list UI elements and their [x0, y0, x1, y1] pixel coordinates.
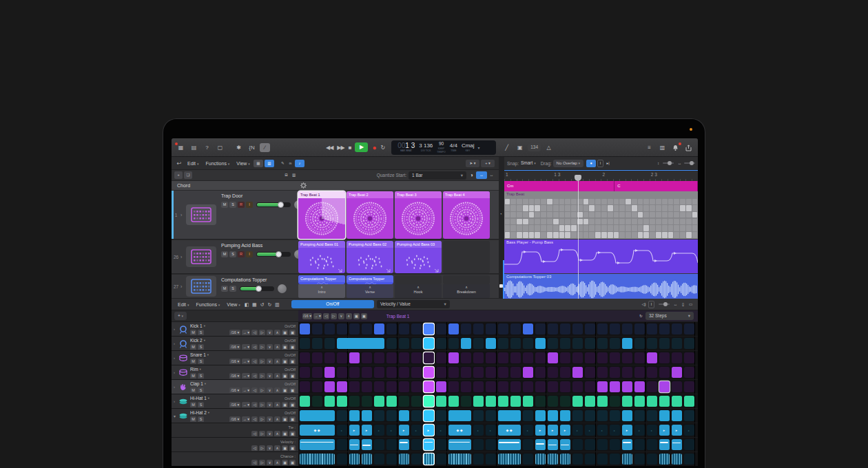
step-cell[interactable] — [374, 323, 384, 334]
step-cell[interactable] — [548, 352, 558, 363]
rotate-left-step-button[interactable]: ◁ — [251, 445, 258, 451]
step-cell[interactable] — [498, 338, 508, 349]
settings-icon[interactable]: ✱ — [234, 143, 244, 152]
step-cell[interactable] — [647, 396, 657, 407]
step-cell[interactable] — [436, 454, 446, 465]
step-cell[interactable]: ▸ — [672, 425, 682, 436]
step-cell[interactable]: ▸ — [647, 425, 657, 436]
empty-cell-slot[interactable] — [395, 275, 442, 284]
step-cell[interactable] — [634, 454, 645, 465]
cycle-button[interactable]: ↻ — [381, 145, 386, 151]
vertical-zoom-slider[interactable] — [663, 162, 674, 164]
value-mode-dropdown[interactable]: Velocity / Value▾ — [377, 300, 450, 308]
step-cell[interactable] — [535, 323, 546, 334]
region-trap-beat[interactable]: Trap Beat — [504, 191, 698, 239]
rotate-left-step-button[interactable]: ◁ — [251, 330, 258, 336]
step-cell[interactable] — [461, 381, 471, 392]
timeline-ruler[interactable]: 11 322 3 — [504, 170, 698, 181]
step-cell[interactable] — [535, 338, 546, 349]
step-cell[interactable] — [436, 381, 446, 392]
disclosure-icon[interactable]: › — [174, 370, 178, 374]
step-cell[interactable] — [634, 338, 645, 349]
increment-button[interactable]: ∧ — [274, 460, 280, 466]
playback-direction-dropdown[interactable]: → ▾ — [313, 313, 322, 319]
step-cell[interactable] — [523, 338, 533, 349]
step-cell[interactable] — [486, 367, 496, 378]
step-cell[interactable]: ▸ — [610, 425, 620, 436]
step-cell[interactable] — [448, 439, 471, 450]
stop-button[interactable]: ■ — [349, 145, 351, 151]
step-cell[interactable] — [684, 323, 694, 334]
layers-icon[interactable]: ◧ — [244, 301, 250, 308]
step-cell[interactable] — [610, 396, 620, 407]
step-cell[interactable] — [399, 367, 409, 378]
record-button[interactable]: ● — [372, 144, 376, 151]
edit-mode-b-button[interactable]: ▣ — [289, 445, 296, 451]
step-cell[interactable]: ◆ ◆ — [300, 425, 335, 436]
step-cell[interactable] — [585, 410, 595, 421]
step-cell[interactable] — [622, 338, 632, 349]
step-cell[interactable] — [647, 323, 657, 334]
rotate-right-step-button[interactable]: ▷ — [259, 344, 265, 350]
step-cell[interactable] — [572, 338, 583, 349]
step-cell[interactable] — [659, 352, 670, 363]
step-cell[interactable] — [312, 352, 322, 363]
rotate-left-step-button[interactable]: ◁ — [251, 416, 258, 423]
step-cell[interactable] — [597, 396, 608, 407]
step-cell[interactable] — [337, 338, 384, 349]
chevron-down-icon[interactable]: ▾ — [478, 145, 480, 150]
step-cell[interactable] — [510, 338, 521, 349]
add-track-button[interactable]: + — [174, 171, 183, 179]
rotate-right-step-button[interactable]: ▷ — [259, 416, 265, 423]
step-grid[interactable] — [298, 452, 698, 466]
step-cell[interactable] — [585, 381, 595, 392]
step-cell[interactable] — [548, 454, 558, 465]
step-cell[interactable] — [622, 367, 632, 378]
step-cell[interactable] — [436, 396, 446, 407]
step-cell[interactable] — [300, 352, 310, 363]
step-cell[interactable] — [634, 367, 645, 378]
step-cell[interactable] — [386, 439, 397, 450]
rotate-left-step-button[interactable]: ◁ — [323, 313, 329, 319]
step-cell[interactable]: ▸ — [622, 425, 632, 436]
step-cell[interactable]: ▸ — [337, 425, 347, 436]
step-cell[interactable] — [448, 454, 471, 465]
decrement-button[interactable]: ∨ — [267, 416, 273, 423]
view-menu[interactable]: View ▾ — [227, 302, 240, 307]
step-cell[interactable]: ▸ — [560, 425, 570, 436]
step-cell[interactable] — [461, 352, 471, 363]
rotate-right-step-button[interactable]: ▷ — [259, 460, 265, 466]
step-cell[interactable] — [424, 439, 434, 450]
template-icon[interactable]: ⊟ — [283, 172, 289, 178]
step-cell[interactable] — [337, 439, 347, 450]
step-cell[interactable] — [424, 381, 434, 392]
view-menu[interactable]: View ▾ — [236, 161, 250, 166]
step-cell[interactable] — [548, 396, 558, 407]
step-cell[interactable]: ▸ — [436, 425, 446, 436]
step-cell[interactable] — [399, 323, 409, 334]
step-cell[interactable] — [461, 396, 471, 407]
step-cell[interactable] — [411, 323, 422, 334]
step-cell[interactable] — [672, 381, 682, 392]
step-cell[interactable]: ▸ — [362, 425, 372, 436]
step-cell[interactable] — [684, 439, 694, 450]
step-cell[interactable] — [535, 367, 546, 378]
step-cell[interactable] — [523, 439, 533, 450]
step-cell[interactable] — [312, 381, 322, 392]
browsers-icon[interactable]: ▥ — [657, 143, 668, 152]
rotate-left-step-button[interactable]: ◁ — [251, 344, 258, 350]
disclosure-icon[interactable]: › — [174, 385, 178, 389]
step-cell[interactable] — [424, 396, 434, 407]
step-cell[interactable] — [672, 396, 682, 407]
step-cell[interactable] — [610, 454, 620, 465]
fit-width-icon[interactable]: ↔ — [488, 172, 495, 178]
step-cell[interactable]: ▸ — [424, 425, 434, 436]
region-bass-player[interactable]: Bass Player - Pump Bass — [504, 240, 698, 273]
edit-mode-a-button[interactable]: ▣ — [282, 387, 288, 394]
rotate-left-step-button[interactable]: ◁ — [251, 402, 258, 408]
keyboard-icon[interactable]: ▥ — [274, 301, 280, 308]
loop-tool-icon[interactable]: ∞ — [287, 160, 293, 167]
step-cell[interactable]: ▸ — [399, 425, 409, 436]
step-cell[interactable] — [597, 352, 608, 363]
row-header[interactable]: ›Kick 1▾On/OffMS/16 ▾→ ▾◁▷∨∧▣▣ — [172, 322, 298, 336]
